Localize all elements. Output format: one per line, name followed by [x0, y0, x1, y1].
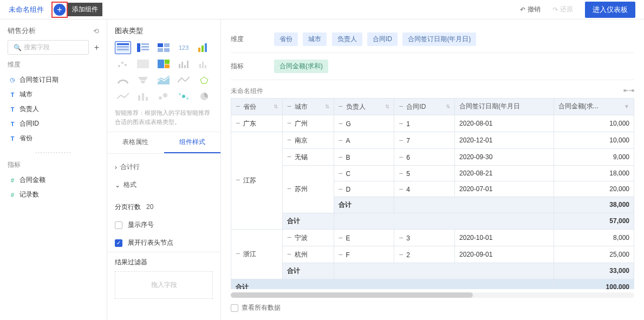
data-table: −省份⇅ −城市⇅ −负责人⇅ −合同ID⇅ 合同签订日期(年月日 合同金额(求…	[231, 98, 634, 289]
component-tab[interactable]: 未命名组件	[9, 5, 44, 15]
redo-icon: ↷	[552, 6, 558, 14]
svg-rect-25	[199, 64, 201, 68]
svg-rect-4	[141, 43, 149, 45]
dim-tag-id[interactable]: 合同ID	[367, 32, 398, 46]
svg-point-36	[182, 95, 185, 98]
horizontal-scrollbar[interactable]	[231, 292, 634, 298]
col-city[interactable]: −城市⇅	[282, 98, 334, 115]
chart-type-list[interactable]	[155, 41, 172, 54]
chart-type-treemap[interactable]	[155, 57, 172, 70]
svg-point-35	[163, 93, 167, 97]
chart-type-bar[interactable]	[175, 57, 192, 70]
table-row[interactable]: −杭州−F−22020-09-0125,000	[231, 246, 634, 263]
chart-type-line2[interactable]	[175, 74, 192, 87]
chart-type-scatter[interactable]	[115, 57, 131, 70]
chart-type-grouptable[interactable]	[115, 41, 131, 54]
clock-icon: ◷	[9, 76, 16, 83]
page-rows-label: 分页行数	[115, 203, 141, 212]
filter-dropzone[interactable]: 拖入字段	[115, 271, 213, 299]
field-province[interactable]: T省份	[8, 131, 99, 146]
page-rows-input[interactable]	[146, 203, 173, 211]
field-count[interactable]: #记录数	[8, 187, 99, 202]
view-all-label: 查看所有数据	[242, 303, 281, 312]
tab-component-style[interactable]: 组件样式	[164, 132, 221, 153]
svg-rect-12	[201, 45, 204, 52]
sort-icon[interactable]: ⇅	[385, 103, 389, 109]
svg-rect-3	[137, 43, 140, 52]
prop-format[interactable]: ⌄格式	[115, 176, 213, 194]
svg-rect-31	[138, 95, 140, 101]
table-row[interactable]: −浙江−宁波−E−32020-10-018,000	[231, 229, 634, 246]
undo-button[interactable]: ↶ 撤销	[520, 5, 541, 14]
show-seq-checkbox[interactable]: 显示序号	[107, 216, 220, 234]
col-owner[interactable]: −负责人⇅	[334, 98, 394, 115]
table-row[interactable]: −广东−广州−G−12020-08-0110,000	[231, 115, 634, 132]
search-input[interactable]: 🔍 搜索字段	[8, 40, 89, 55]
chart-type-radar[interactable]	[196, 74, 212, 87]
col-id[interactable]: −合同ID⇅	[394, 98, 455, 115]
chevron-right-icon: ›	[115, 164, 117, 171]
field-city[interactable]: T城市	[8, 87, 99, 102]
expand-icon[interactable]: ⇤⇥	[623, 87, 634, 96]
sort-icon[interactable]: ⇅	[325, 103, 329, 109]
hash-icon: #	[9, 192, 16, 198]
hash-icon: #	[9, 177, 16, 184]
add-component-highlight: +	[51, 2, 68, 18]
table-row[interactable]: −江苏−南京−A−72020-12-0110,000	[231, 132, 634, 148]
text-icon: T	[9, 92, 16, 98]
dim-tag-date[interactable]: 合同签订日期(年月日)	[402, 32, 476, 46]
table-row[interactable]: −苏州−C−52020-08-2118,000	[231, 165, 634, 181]
metric-config-label: 指标	[231, 62, 274, 71]
enter-dashboard-button[interactable]: 进入仪表板	[585, 2, 635, 18]
chart-type-area[interactable]	[155, 74, 172, 87]
component-name[interactable]: 未命名组件	[231, 87, 263, 96]
panel-divider: ••••••••••••••	[8, 150, 99, 155]
field-panel: 销售分析 ⟲ 🔍 搜索字段 + 维度 ◷合同签订日期 T城市 T负责人 T合同I…	[0, 19, 107, 320]
col-date[interactable]: 合同签订日期(年月日	[455, 98, 554, 115]
chart-type-network[interactable]	[175, 90, 192, 103]
add-component-button[interactable]: +	[54, 4, 66, 16]
svg-rect-32	[142, 93, 144, 101]
chart-type-gauge[interactable]	[115, 74, 131, 87]
metric-tag-amount[interactable]: 合同金额(求和)	[274, 60, 328, 73]
prop-total-row[interactable]: ›合计行	[115, 158, 213, 176]
svg-rect-22	[181, 62, 183, 68]
redo-button[interactable]: ↷ 还原	[552, 5, 573, 14]
chart-type-pie[interactable]	[196, 90, 212, 103]
subtotal-row: 合计57,000	[231, 213, 634, 229]
field-amount[interactable]: #合同金额	[8, 173, 99, 187]
dim-tag-city[interactable]: 城市	[303, 32, 327, 46]
text-icon: T	[9, 121, 16, 127]
checkbox-icon	[115, 221, 122, 229]
chart-type-column[interactable]	[135, 90, 151, 103]
sort-desc-icon[interactable]: ▼	[624, 103, 629, 109]
expand-header-checkbox[interactable]: ✓ 展开行表头节点	[107, 234, 220, 252]
svg-rect-2	[117, 49, 129, 50]
sort-icon[interactable]: ⇅	[446, 103, 450, 109]
field-owner[interactable]: T负责人	[8, 102, 99, 116]
chart-type-heatmap[interactable]	[135, 57, 151, 70]
view-all-checkbox[interactable]	[231, 304, 238, 312]
chart-type-auto[interactable]	[196, 41, 212, 54]
tab-table-props[interactable]: 表格属性	[107, 132, 164, 153]
svg-rect-8	[164, 43, 170, 47]
table-row[interactable]: −无锡−B−62020-09-309,000	[231, 148, 634, 165]
svg-rect-11	[198, 48, 200, 52]
chart-type-bubble[interactable]	[155, 90, 172, 103]
chart-type-funnel[interactable]	[135, 74, 151, 87]
link-icon[interactable]: ⟲	[93, 27, 99, 35]
chart-type-bar2[interactable]	[196, 57, 212, 70]
chart-type-kpi[interactable]: 123	[175, 41, 192, 54]
col-amount[interactable]: 合同金额(求...▼	[554, 98, 634, 115]
dim-tag-province[interactable]: 省份	[274, 32, 298, 46]
svg-point-16	[125, 64, 127, 66]
chart-type-crosstable[interactable]	[135, 41, 151, 54]
dim-tag-owner[interactable]: 负责人	[332, 32, 362, 46]
sort-icon[interactable]: ⇅	[274, 103, 278, 109]
col-province[interactable]: −省份⇅	[231, 98, 283, 115]
svg-point-37	[179, 93, 181, 95]
field-date[interactable]: ◷合同签订日期	[8, 73, 99, 87]
add-field-button[interactable]: +	[94, 43, 99, 53]
field-contract-id[interactable]: T合同ID	[8, 116, 99, 131]
chart-type-line[interactable]	[115, 90, 131, 103]
